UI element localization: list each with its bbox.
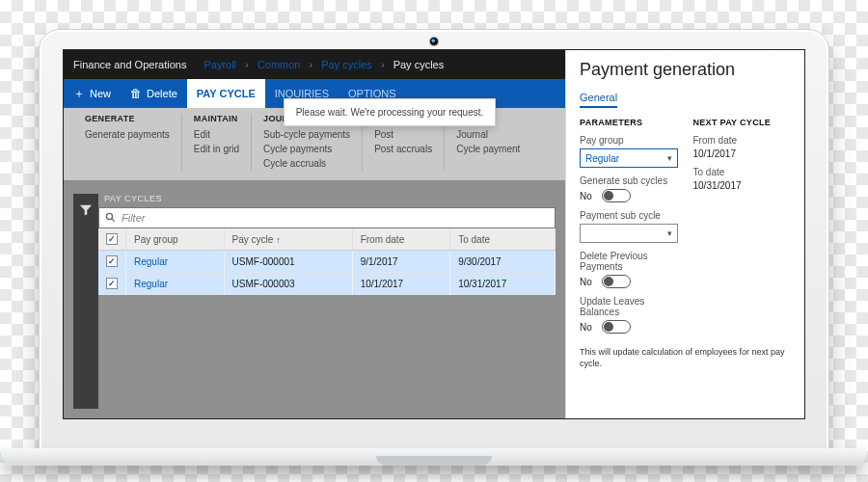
generate-payments-link[interactable]: Generate payments [85,127,170,142]
help-text: This will update calculation of employee… [580,347,791,369]
delete-label: Delete [147,88,177,99]
chevron-right-icon: › [310,59,313,70]
search-icon [105,212,116,225]
checkmark-icon[interactable]: ✓ [106,255,118,267]
svg-line-1 [112,218,115,221]
subcycle-payments-link[interactable]: Sub-cycle payments [263,127,350,142]
journal-link[interactable]: Journal [456,127,520,142]
post-link[interactable]: Post [374,127,432,142]
cell-to: 10/31/2017 [450,273,556,295]
cell-from: 10/1/2017 [352,273,450,295]
panel-title: Payment generation [580,60,791,80]
breadcrumb-item[interactable]: Payroll [203,59,236,70]
paygroup-select[interactable]: Regular ▾ [580,148,678,168]
table-row[interactable]: ✓ Regular USMF-000003 10/1/2017 10/31/20… [98,273,556,295]
cycle-accruals-link[interactable]: Cycle accruals [263,156,350,171]
breadcrumb: Payroll › Common › Pay cycles › Pay cycl… [203,59,444,70]
col-todate[interactable]: To date [450,228,556,251]
processing-notice: Please wait. We're processing your reque… [284,98,496,126]
checkmark-icon[interactable]: ✓ [106,278,118,289]
delprev-label: Delete Previous Payments [580,251,678,272]
todate-label: To date [693,167,792,177]
cell-to: 9/30/2017 [450,251,556,273]
fromdate-label: From date [693,135,792,146]
paygroup-link[interactable]: Regular [134,256,168,267]
col-fromdate[interactable]: From date [352,228,450,251]
trash-icon: 🗑 [130,88,142,99]
delete-button[interactable]: 🗑 Delete [121,79,187,108]
sort-asc-icon: ↑ [276,235,281,245]
chevron-down-icon: ▾ [667,153,672,163]
camera-dot [430,38,438,45]
updleaves-value: No [580,322,592,333]
post-accruals-link[interactable]: Post accruals [374,142,432,156]
paysub-select[interactable]: ▾ [580,224,678,243]
laptop-notch [376,456,492,466]
paygroup-label: Pay group [580,135,678,146]
tab-label: PAY CYCLE [197,88,256,99]
tab-paycycle[interactable]: PAY CYCLE [187,79,265,108]
funnel-icon [79,203,93,219]
cell-from: 9/1/2017 [352,251,450,273]
parameters-head: PARAMETERS [580,118,678,127]
paycycles-table: ✓ Pay group Pay cycle↑ From date To date… [98,228,556,295]
cell-paycycle: USMF-000003 [224,273,352,295]
ribbon-group-head: MAINTAIN [194,114,239,123]
breadcrumb-item[interactable]: Common [258,59,301,70]
new-label: New [90,88,111,99]
grid-title: PAY CYCLES [104,194,556,203]
gensub-label: Generate sub cycles [580,175,678,186]
paysub-label: Payment sub cycle [580,210,678,221]
filter-placeholder: Filter [122,212,145,224]
grid-zone: PAY CYCLES Filter ✓ Pay group Pay cycl [64,180,565,418]
col-paycycle[interactable]: Pay cycle↑ [224,228,352,251]
new-button[interactable]: ＋ New [64,79,121,108]
cell-paycycle: USMF-000001 [224,251,352,273]
svg-point-0 [106,213,112,219]
chevron-right-icon: › [245,59,249,70]
gensub-toggle[interactable] [602,189,631,202]
table-row[interactable]: ✓ Regular USMF-000001 9/1/2017 9/30/2017 [98,251,556,273]
top-bar: Finance and Operations Payroll › Common … [64,50,565,79]
cycle-payment-link[interactable]: Cycle payment [456,142,520,156]
notice-message: Please wait. We're processing your reque… [294,107,485,118]
checkbox-header[interactable]: ✓ [98,228,126,251]
edit-in-grid-link[interactable]: Edit in grid [194,142,239,156]
filter-column[interactable] [73,194,98,409]
updleaves-label: Update Leaves Balances [580,296,678,317]
cycle-payments-link[interactable]: Cycle payments [263,142,350,156]
paygroup-link[interactable]: Regular [134,279,168,289]
fromdate-value: 10/1/2017 [693,148,792,159]
updleaves-toggle[interactable] [602,320,631,334]
app-screen: Finance and Operations Payroll › Common … [63,49,805,419]
delprev-toggle[interactable] [602,275,631,288]
col-paygroup[interactable]: Pay group [126,228,225,251]
chevron-down-icon: ▾ [667,228,672,238]
delprev-value: No [580,277,592,287]
nextcycle-head: NEXT PAY CYCLE [693,118,792,127]
breadcrumb-item: Pay cycles [393,59,445,70]
breadcrumb-item[interactable]: Pay cycles [321,59,372,70]
side-panel: Payment generation General PARAMETERS Pa… [565,50,804,418]
ribbon-group-head: GENERATE [85,114,170,123]
filter-input[interactable]: Filter [98,207,556,228]
app-title: Finance and Operations [73,59,186,70]
todate-value: 10/31/2017 [693,180,792,191]
panel-tab-general[interactable]: General [580,92,617,108]
edit-link[interactable]: Edit [194,127,239,142]
col-label: Pay cycle [232,234,274,245]
checkmark-icon: ✓ [106,233,118,245]
chevron-right-icon: › [381,59,385,70]
paygroup-value: Regular [585,153,619,164]
plus-icon: ＋ [73,88,85,99]
gensub-value: No [580,191,592,201]
